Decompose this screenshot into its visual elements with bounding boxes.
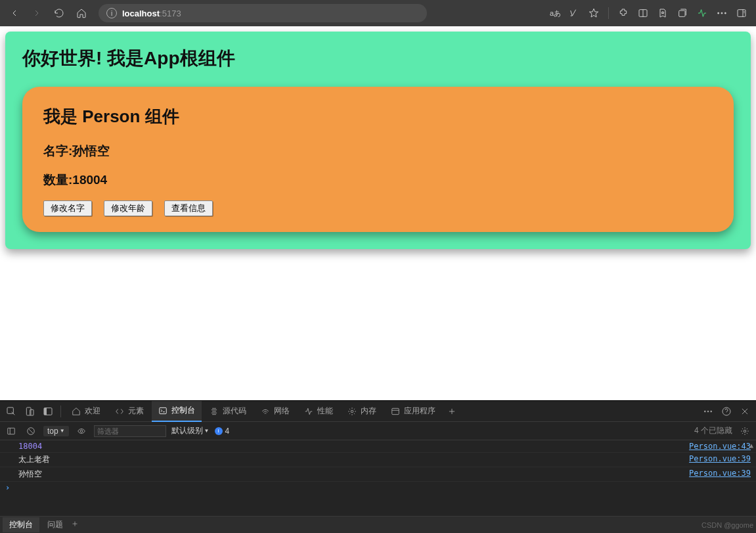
- svg-point-12: [351, 410, 353, 413]
- view-info-button[interactable]: 查看信息: [164, 200, 213, 216]
- svg-point-15: [707, 411, 709, 412]
- tab-elements[interactable]: 元素: [108, 401, 150, 422]
- sidebar-button[interactable]: [732, 4, 751, 22]
- watermark: CSDN @ggome: [701, 521, 753, 529]
- settings-icon[interactable]: [738, 424, 752, 438]
- devtools-tabs: 欢迎 元素 控制台 源代码 网络 性能 内存 应用程序: [0, 401, 756, 422]
- tab-memory[interactable]: 内存: [341, 401, 383, 422]
- url-host: localhost: [122, 9, 160, 18]
- address-bar[interactable]: i localhost:5173: [99, 4, 427, 22]
- svg-point-14: [704, 411, 705, 412]
- tab-welcome[interactable]: 欢迎: [65, 401, 107, 422]
- refresh-button[interactable]: [50, 4, 68, 22]
- drawer-tab-console[interactable]: 控制台: [3, 517, 39, 532]
- person-count: 数量:18004: [43, 172, 713, 189]
- devtools-panel: 欢迎 元素 控制台 源代码 网络 性能 内存 应用程序 top ▼ 默认级别 ▼…: [0, 400, 756, 533]
- app-root-component: 你好世界! 我是App根组件 我是 Person 组件 名字:孙悟空 数量:18…: [5, 32, 751, 249]
- svg-rect-13: [392, 408, 399, 414]
- svg-point-2: [718, 12, 719, 14]
- browser-toolbar: i localhost:5173 aあ: [0, 0, 756, 26]
- console-output: ▲ 18004Person.vue:43 太上老君Person.vue:39 孙…: [0, 440, 756, 516]
- split-button[interactable]: [634, 4, 652, 22]
- source-link[interactable]: Person.vue:39: [689, 454, 751, 465]
- person-component: 我是 Person 组件 名字:孙悟空 数量:18004 修改名字 修改年龄 查…: [22, 87, 734, 232]
- forward-button[interactable]: [28, 4, 46, 22]
- dock-icon[interactable]: [39, 403, 56, 420]
- svg-point-4: [724, 12, 726, 14]
- url-port: :5173: [160, 9, 181, 18]
- collections-button[interactable]: [673, 4, 692, 22]
- favorite-button[interactable]: [585, 4, 603, 22]
- svg-point-21: [744, 430, 746, 432]
- tab-sources[interactable]: 源代码: [203, 401, 253, 422]
- site-info-icon[interactable]: i: [106, 8, 117, 18]
- close-devtools-icon[interactable]: [736, 403, 753, 420]
- add-drawer-tab-icon[interactable]: [71, 520, 79, 530]
- more-devtools-icon[interactable]: [700, 403, 717, 420]
- clear-console-icon[interactable]: [24, 424, 38, 438]
- read-aloud-button[interactable]: [565, 4, 583, 22]
- app-title: 你好世界! 我是App根组件: [22, 46, 734, 71]
- filter-input[interactable]: [94, 425, 166, 437]
- inspect-icon[interactable]: [3, 403, 20, 420]
- person-title: 我是 Person 组件: [43, 105, 713, 128]
- toggle-sidebar-icon[interactable]: [4, 424, 18, 438]
- svg-rect-8: [30, 409, 33, 415]
- svg-point-20: [80, 430, 83, 432]
- page-viewport: 你好世界! 我是App根组件 我是 Person 组件 名字:孙悟空 数量:18…: [0, 26, 756, 400]
- svg-rect-10: [44, 407, 47, 415]
- console-toolbar: top ▼ 默认级别 ▼ i4 4 个已隐藏: [0, 422, 756, 440]
- tab-performance[interactable]: 性能: [298, 401, 340, 422]
- back-button[interactable]: [5, 4, 24, 22]
- svg-rect-11: [160, 407, 167, 413]
- svg-rect-1: [679, 11, 685, 16]
- badge-dot-icon: i: [215, 427, 223, 435]
- edit-age-button[interactable]: 修改年龄: [104, 200, 152, 216]
- extensions-button[interactable]: [614, 4, 633, 22]
- svg-rect-18: [8, 428, 15, 434]
- console-row: 18004Person.vue:43: [0, 440, 756, 453]
- devtools-drawer-tabs: 控制台 问题 CSDN @ggome: [0, 516, 756, 533]
- edit-name-button[interactable]: 修改名字: [43, 200, 92, 216]
- source-link[interactable]: Person.vue:39: [689, 469, 751, 480]
- add-tab-icon[interactable]: [443, 403, 460, 420]
- issue-badge[interactable]: i4: [215, 427, 230, 436]
- help-icon[interactable]: [718, 403, 735, 420]
- performance-button[interactable]: [693, 4, 711, 22]
- hidden-count: 4 个已隐藏: [694, 425, 732, 436]
- favorites-bar-button[interactable]: [654, 4, 672, 22]
- console-prompt[interactable]: ›: [0, 482, 756, 494]
- scroll-indicator-icon: ▲: [749, 442, 753, 449]
- svg-rect-5: [738, 10, 745, 17]
- context-selector[interactable]: top ▼: [43, 426, 69, 436]
- person-name: 名字:孙悟空: [43, 143, 713, 160]
- log-level-selector[interactable]: 默认级别 ▼: [171, 425, 210, 436]
- tab-application[interactable]: 应用程序: [384, 401, 442, 422]
- tab-network[interactable]: 网络: [254, 401, 296, 422]
- source-link[interactable]: Person.vue:43: [689, 442, 751, 451]
- drawer-tab-issues[interactable]: 问题: [41, 517, 70, 532]
- more-button[interactable]: [713, 4, 731, 22]
- live-expression-icon[interactable]: [74, 424, 89, 438]
- tab-console[interactable]: 控制台: [152, 401, 202, 422]
- svg-point-16: [711, 411, 712, 412]
- device-icon[interactable]: [21, 403, 38, 420]
- console-row: 孙悟空Person.vue:39: [0, 467, 756, 482]
- svg-point-3: [721, 12, 723, 14]
- translate-button[interactable]: aあ: [547, 4, 564, 22]
- home-button[interactable]: [72, 4, 91, 22]
- console-row: 太上老君Person.vue:39: [0, 453, 756, 467]
